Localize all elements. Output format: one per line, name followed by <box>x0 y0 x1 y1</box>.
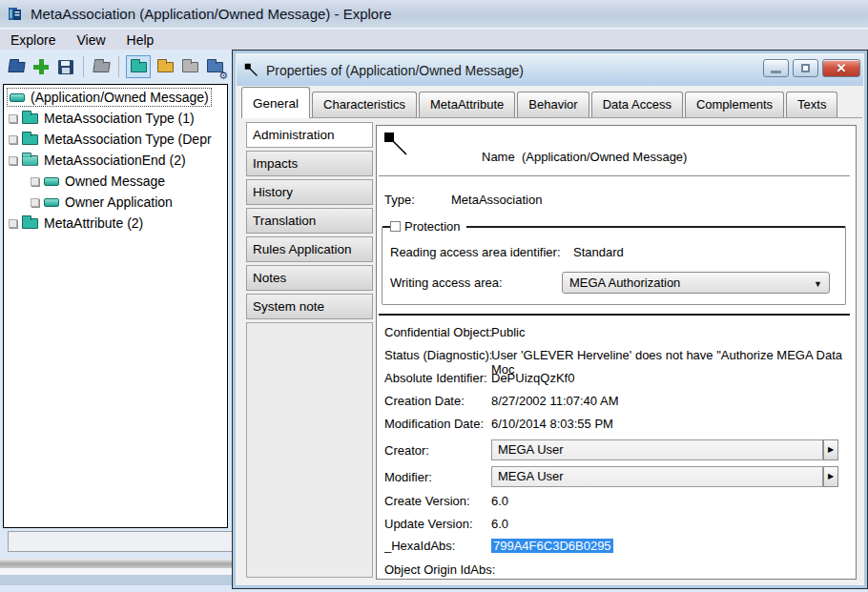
modification-date-label: Modification Date: <box>384 417 484 431</box>
name-value: (Application/Owned Message) <box>522 150 687 164</box>
window-controls: ✕ <box>763 59 860 77</box>
modifier-picker-button[interactable]: ▶ <box>823 466 838 487</box>
expand-box[interactable] <box>31 177 39 186</box>
app-logo-icon <box>7 6 24 23</box>
tab-behavior[interactable]: Behavior <box>517 92 589 117</box>
modification-date-value: 6/10/2014 8:03:55 PM <box>491 417 613 431</box>
gear-icon: ⚙ <box>218 71 228 81</box>
save-icon[interactable] <box>55 55 76 78</box>
object-tree: (Application/Owned Message) MetaAssociat… <box>3 84 228 528</box>
creation-date-value: 8/27/2002 11:07:40 AM <box>491 394 618 408</box>
tree-row-root[interactable]: (Application/Owned Message) <box>4 87 227 108</box>
confidential-object-label: Confidential Object: <box>384 325 492 339</box>
modifier-label: Modifier: <box>384 470 432 484</box>
yellow-folder-glyph <box>157 62 174 72</box>
tab-metaattribute[interactable]: MetaAttribute <box>419 92 515 117</box>
tree-selection: (Application/Owned Message) <box>8 89 211 106</box>
add-icon[interactable] <box>31 55 52 78</box>
update-version-value: 6.0 <box>491 517 508 531</box>
close-icon: ✕ <box>837 61 847 75</box>
minimize-icon <box>771 71 781 73</box>
tree-label: MetaAttribute (2) <box>44 215 143 231</box>
hexaidabs-label: _HexaIdAbs: <box>384 539 455 553</box>
dialog-title: Properties of (Application/Owned Message… <box>266 63 524 78</box>
tree-label: MetaAssociation Type (Depr <box>44 132 212 147</box>
reading-access-value: Standard <box>573 245 624 259</box>
tab-data-access[interactable]: Data Access <box>591 92 683 117</box>
sidebar-item-notes[interactable]: Notes <box>246 265 373 291</box>
writing-access-label: Writing access area: <box>390 276 503 290</box>
current-folder-icon[interactable] <box>126 55 151 78</box>
sidebar-item-history[interactable]: History <box>246 179 373 205</box>
expand-box[interactable] <box>31 198 39 207</box>
tree-row[interactable]: MetaAttribute (2) <box>4 213 227 234</box>
update-version-label: Update Version: <box>384 517 473 531</box>
tab-general[interactable]: General <box>241 87 310 118</box>
expand-box[interactable] <box>9 219 17 228</box>
creator-value: MEGA User <box>498 442 564 457</box>
folder-yellow-icon[interactable] <box>155 55 176 78</box>
arrow-right-icon: ▶ <box>828 472 834 480</box>
writing-access-combobox[interactable]: MEGA Authorization ▼ <box>562 272 830 294</box>
type-value: MetaAssociation <box>451 193 542 207</box>
creation-date-label: Creation Date: <box>384 394 465 408</box>
menubar: Explore View Help <box>0 30 868 50</box>
create-version-label: Create Version: <box>384 494 470 508</box>
pointer-icon <box>383 132 408 156</box>
maximize-button[interactable] <box>793 59 818 77</box>
creator-field[interactable]: MEGA User <box>491 439 823 460</box>
folder-disabled-icon[interactable] <box>179 55 200 78</box>
properties-dialog: Properties of (Application/Owned Message… <box>232 50 868 589</box>
tree-row[interactable]: Owner Application <box>4 192 227 213</box>
menu-help[interactable]: Help <box>116 31 165 49</box>
chevron-down-icon: ▼ <box>814 279 822 289</box>
window-title: MetaAssociation (Application/Owned Messa… <box>31 6 392 22</box>
tree-label: Owned Message <box>65 174 165 189</box>
protection-label: Protection <box>404 219 461 234</box>
expand-box[interactable] <box>9 156 17 165</box>
sidebar-item-rules-application[interactable]: Rules Application <box>246 236 373 262</box>
tab-complements[interactable]: Complements <box>685 92 784 117</box>
tree-label: MetaAssociationEnd (2) <box>44 153 186 168</box>
menu-view[interactable]: View <box>66 31 115 49</box>
tab-strip: General Characteristics MetaAttribute Be… <box>241 86 862 118</box>
create-version-value: 6.0 <box>491 494 508 508</box>
creator-label: Creator: <box>384 443 429 458</box>
tab-texts[interactable]: Texts <box>786 92 837 117</box>
folder-settings-icon[interactable]: ⚙ <box>204 55 225 78</box>
tree-row[interactable]: MetaAssociation Type (Depr <box>4 129 227 150</box>
writing-access-value: MEGA Authorization <box>569 276 680 290</box>
dialog-titlebar: Properties of (Application/Owned Message… <box>237 54 863 86</box>
tab-characteristics[interactable]: Characteristics <box>312 92 417 117</box>
tree-row[interactable]: MetaAssociationEnd (2) <box>4 150 227 171</box>
protection-legend: Protection <box>390 219 466 234</box>
sidebar-item-system-note[interactable]: System note <box>246 294 373 319</box>
minimize-button[interactable] <box>763 59 789 77</box>
open-disabled-icon[interactable] <box>91 55 112 78</box>
tree-label: Owner Application <box>65 194 173 210</box>
absolute-identifier-value: DePUizqQzKf0 <box>491 371 574 385</box>
sidebar-item-impacts[interactable]: Impacts <box>246 151 373 176</box>
sidebar-item-translation[interactable]: Translation <box>246 208 373 234</box>
sidebar-item-administration[interactable]: Administration <box>246 122 373 148</box>
hexaidabs-value[interactable]: 799A4F6C3D6B0295 <box>491 539 613 553</box>
gray-folder-glyph <box>182 62 198 72</box>
open-gray-glyph <box>93 62 111 72</box>
object-icon <box>44 198 59 207</box>
modifier-field[interactable]: MEGA User <box>491 466 823 487</box>
expand-box[interactable] <box>9 135 17 144</box>
menu-explore[interactable]: Explore <box>0 31 66 49</box>
open-icon[interactable] <box>6 55 27 78</box>
floppy-glyph <box>58 60 73 74</box>
plus-glyph <box>33 59 49 74</box>
protection-checkbox[interactable] <box>390 221 401 232</box>
tree-row[interactable]: Owned Message <box>4 171 227 192</box>
close-button[interactable]: ✕ <box>822 59 860 77</box>
tree-row[interactable]: MetaAssociation Type (1) <box>4 108 227 129</box>
creator-picker-button[interactable]: ▶ <box>823 439 838 460</box>
folder-icon <box>22 218 38 229</box>
modifier-value: MEGA User <box>498 469 564 483</box>
open-folder-glyph <box>8 62 26 72</box>
separator <box>379 175 850 176</box>
expand-box[interactable] <box>9 114 17 123</box>
